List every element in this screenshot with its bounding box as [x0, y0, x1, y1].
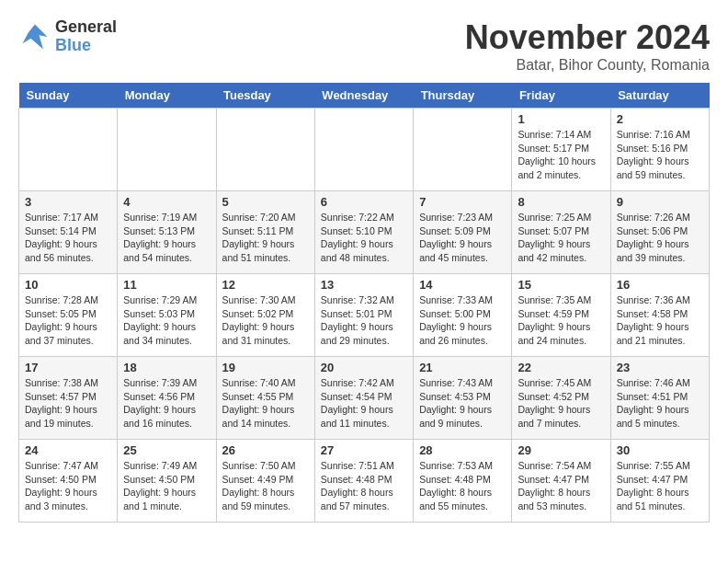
- calendar-table: SundayMondayTuesdayWednesdayThursdayFrid…: [18, 83, 710, 523]
- calendar-cell: 23Sunrise: 7:46 AM Sunset: 4:51 PM Dayli…: [610, 357, 709, 440]
- cell-content: Sunrise: 7:43 AM Sunset: 4:53 PM Dayligh…: [419, 376, 506, 431]
- day-number: 15: [518, 278, 604, 292]
- cell-content: Sunrise: 7:17 AM Sunset: 5:14 PM Dayligh…: [25, 211, 111, 265]
- calendar-cell: 22Sunrise: 7:45 AM Sunset: 4:52 PM Dayli…: [512, 357, 610, 440]
- calendar-cell: 7Sunrise: 7:23 AM Sunset: 5:09 PM Daylig…: [414, 191, 512, 274]
- cell-content: Sunrise: 7:33 AM Sunset: 5:00 PM Dayligh…: [419, 293, 506, 348]
- calendar-week-2: 3Sunrise: 7:17 AM Sunset: 5:14 PM Daylig…: [19, 191, 710, 274]
- calendar-cell: 10Sunrise: 7:28 AM Sunset: 5:05 PM Dayli…: [19, 274, 118, 357]
- day-number: 20: [321, 361, 407, 374]
- calendar-cell: 13Sunrise: 7:32 AM Sunset: 5:01 PM Dayli…: [314, 274, 413, 357]
- calendar-cell: [19, 109, 118, 191]
- cell-content: Sunrise: 7:45 AM Sunset: 4:52 PM Dayligh…: [518, 376, 604, 431]
- calendar-cell: 8Sunrise: 7:25 AM Sunset: 5:07 PM Daylig…: [512, 191, 610, 274]
- day-number: 27: [321, 443, 407, 457]
- calendar-cell: 25Sunrise: 7:49 AM Sunset: 4:50 PM Dayli…: [118, 440, 216, 523]
- calendar-cell: 27Sunrise: 7:51 AM Sunset: 4:48 PM Dayli…: [314, 440, 413, 523]
- calendar-cell: [216, 109, 314, 191]
- column-header-tuesday: Tuesday: [216, 83, 314, 109]
- day-number: 11: [123, 278, 210, 292]
- column-header-sunday: Sunday: [19, 83, 118, 109]
- cell-content: Sunrise: 7:19 AM Sunset: 5:13 PM Dayligh…: [123, 211, 210, 265]
- cell-content: Sunrise: 7:14 AM Sunset: 5:17 PM Dayligh…: [518, 128, 604, 182]
- calendar-cell: 4Sunrise: 7:19 AM Sunset: 5:13 PM Daylig…: [118, 191, 216, 274]
- calendar-cell: 16Sunrise: 7:36 AM Sunset: 4:58 PM Dayli…: [610, 274, 709, 357]
- calendar-cell: 1Sunrise: 7:14 AM Sunset: 5:17 PM Daylig…: [512, 109, 610, 191]
- calendar-week-5: 24Sunrise: 7:47 AM Sunset: 4:50 PM Dayli…: [19, 440, 710, 523]
- cell-content: Sunrise: 7:50 AM Sunset: 4:49 PM Dayligh…: [222, 459, 309, 513]
- cell-content: Sunrise: 7:35 AM Sunset: 4:59 PM Dayligh…: [518, 293, 604, 348]
- cell-content: Sunrise: 7:54 AM Sunset: 4:47 PM Dayligh…: [518, 459, 604, 513]
- cell-content: Sunrise: 7:40 AM Sunset: 4:55 PM Dayligh…: [222, 376, 309, 431]
- column-header-monday: Monday: [118, 83, 216, 109]
- calendar-cell: 2Sunrise: 7:16 AM Sunset: 5:16 PM Daylig…: [610, 109, 709, 191]
- calendar-header-row: SundayMondayTuesdayWednesdayThursdayFrid…: [19, 83, 710, 109]
- calendar-cell: 12Sunrise: 7:30 AM Sunset: 5:02 PM Dayli…: [216, 274, 314, 357]
- day-number: 14: [419, 278, 506, 292]
- svg-marker-0: [23, 24, 48, 49]
- column-header-thursday: Thursday: [414, 83, 512, 109]
- calendar-week-4: 17Sunrise: 7:38 AM Sunset: 4:57 PM Dayli…: [19, 357, 710, 440]
- calendar-cell: 29Sunrise: 7:54 AM Sunset: 4:47 PM Dayli…: [512, 440, 610, 523]
- day-number: 12: [222, 278, 309, 292]
- day-number: 8: [518, 195, 604, 209]
- day-number: 16: [617, 278, 703, 292]
- column-header-saturday: Saturday: [610, 83, 709, 109]
- cell-content: Sunrise: 7:20 AM Sunset: 5:11 PM Dayligh…: [222, 211, 309, 265]
- calendar-cell: 11Sunrise: 7:29 AM Sunset: 5:03 PM Dayli…: [118, 274, 216, 357]
- day-number: 28: [419, 443, 506, 457]
- day-number: 23: [617, 361, 703, 374]
- calendar-cell: 15Sunrise: 7:35 AM Sunset: 4:59 PM Dayli…: [512, 274, 610, 357]
- cell-content: Sunrise: 7:53 AM Sunset: 4:48 PM Dayligh…: [419, 459, 506, 513]
- calendar-cell: [118, 109, 216, 191]
- calendar-cell: 9Sunrise: 7:26 AM Sunset: 5:06 PM Daylig…: [610, 191, 709, 274]
- cell-content: Sunrise: 7:47 AM Sunset: 4:50 PM Dayligh…: [25, 459, 111, 513]
- day-number: 26: [222, 443, 309, 457]
- column-header-friday: Friday: [512, 83, 610, 109]
- day-number: 4: [123, 195, 210, 209]
- calendar-cell: [314, 109, 413, 191]
- calendar-cell: 19Sunrise: 7:40 AM Sunset: 4:55 PM Dayli…: [216, 357, 314, 440]
- cell-content: Sunrise: 7:36 AM Sunset: 4:58 PM Dayligh…: [617, 293, 703, 348]
- page-subtitle: Batar, Bihor County, Romania: [465, 57, 710, 74]
- logo-icon: [18, 20, 51, 53]
- calendar-cell: 21Sunrise: 7:43 AM Sunset: 4:53 PM Dayli…: [414, 357, 512, 440]
- cell-content: Sunrise: 7:49 AM Sunset: 4:50 PM Dayligh…: [123, 459, 210, 513]
- logo: General Blue: [18, 18, 117, 55]
- day-number: 7: [419, 195, 506, 209]
- logo-line1: General: [55, 18, 117, 37]
- cell-content: Sunrise: 7:55 AM Sunset: 4:47 PM Dayligh…: [617, 459, 703, 513]
- cell-content: Sunrise: 7:39 AM Sunset: 4:56 PM Dayligh…: [123, 376, 210, 431]
- day-number: 13: [321, 278, 407, 292]
- day-number: 18: [123, 361, 210, 374]
- cell-content: Sunrise: 7:23 AM Sunset: 5:09 PM Dayligh…: [419, 211, 506, 265]
- calendar-cell: 3Sunrise: 7:17 AM Sunset: 5:14 PM Daylig…: [19, 191, 118, 274]
- day-number: 29: [518, 443, 604, 457]
- day-number: 24: [25, 443, 111, 457]
- calendar-cell: 20Sunrise: 7:42 AM Sunset: 4:54 PM Dayli…: [314, 357, 413, 440]
- day-number: 5: [222, 195, 309, 209]
- calendar-cell: 24Sunrise: 7:47 AM Sunset: 4:50 PM Dayli…: [19, 440, 118, 523]
- day-number: 30: [617, 443, 703, 457]
- calendar-cell: 17Sunrise: 7:38 AM Sunset: 4:57 PM Dayli…: [19, 357, 118, 440]
- title-area: November 2024 Batar, Bihor County, Roman…: [465, 18, 710, 74]
- day-number: 17: [25, 361, 111, 374]
- calendar-cell: 26Sunrise: 7:50 AM Sunset: 4:49 PM Dayli…: [216, 440, 314, 523]
- day-number: 9: [617, 195, 703, 209]
- calendar-cell: 6Sunrise: 7:22 AM Sunset: 5:10 PM Daylig…: [314, 191, 413, 274]
- day-number: 6: [321, 195, 407, 209]
- calendar-cell: [414, 109, 512, 191]
- calendar-week-1: 1Sunrise: 7:14 AM Sunset: 5:17 PM Daylig…: [19, 109, 710, 191]
- calendar-cell: 28Sunrise: 7:53 AM Sunset: 4:48 PM Dayli…: [414, 440, 512, 523]
- cell-content: Sunrise: 7:38 AM Sunset: 4:57 PM Dayligh…: [25, 376, 111, 431]
- day-number: 21: [419, 361, 506, 374]
- cell-content: Sunrise: 7:51 AM Sunset: 4:48 PM Dayligh…: [321, 459, 407, 513]
- column-header-wednesday: Wednesday: [314, 83, 413, 109]
- cell-content: Sunrise: 7:30 AM Sunset: 5:02 PM Dayligh…: [222, 293, 309, 348]
- day-number: 2: [617, 112, 703, 126]
- logo-text: General Blue: [55, 18, 117, 55]
- cell-content: Sunrise: 7:29 AM Sunset: 5:03 PM Dayligh…: [123, 293, 210, 348]
- logo-line2: Blue: [55, 37, 117, 55]
- cell-content: Sunrise: 7:28 AM Sunset: 5:05 PM Dayligh…: [25, 293, 111, 348]
- cell-content: Sunrise: 7:46 AM Sunset: 4:51 PM Dayligh…: [617, 376, 703, 431]
